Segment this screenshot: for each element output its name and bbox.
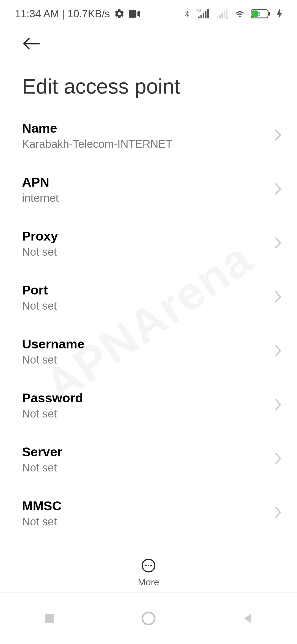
setting-label: Name: [22, 121, 172, 136]
setting-label: Server: [22, 444, 62, 459]
svg-point-20: [148, 565, 149, 566]
setting-value: Not set: [22, 246, 58, 258]
svg-text:4G: 4G: [196, 8, 201, 12]
setting-label: MMSC: [22, 498, 62, 513]
setting-row-mmsc[interactable]: MMSCNot set: [0, 486, 297, 526]
more-icon: [141, 558, 156, 574]
bluetooth-icon: [183, 8, 191, 19]
chevron-right-icon: [274, 506, 282, 520]
setting-label: Password: [22, 390, 83, 405]
navigation-bar: [0, 592, 297, 644]
setting-label: APN: [22, 174, 59, 190]
wifi-icon: [234, 8, 246, 19]
svg-rect-3: [200, 15, 202, 18]
chevron-right-icon: [274, 290, 282, 304]
setting-row-password[interactable]: PasswordNot set: [0, 378, 297, 432]
setting-value: Not set: [22, 354, 84, 366]
svg-rect-8: [219, 15, 221, 18]
setting-value: Not set: [22, 408, 83, 420]
svg-rect-7: [217, 17, 218, 18]
setting-value: internet: [22, 192, 59, 204]
chevron-right-icon: [274, 344, 282, 358]
signal-nosim-icon: ✕: [215, 8, 229, 19]
svg-point-21: [150, 565, 152, 566]
setting-value: Not set: [22, 515, 62, 526]
signal-4g-icon: 4G: [196, 8, 210, 19]
svg-rect-6: [207, 9, 209, 18]
setting-label: Proxy: [22, 228, 58, 244]
more-label: More: [138, 577, 159, 588]
svg-rect-9: [221, 13, 223, 18]
chevron-right-icon: [274, 128, 282, 143]
setting-value: Not set: [22, 462, 62, 474]
svg-text:✕: ✕: [225, 16, 228, 19]
chevron-right-icon: [274, 452, 282, 466]
nav-home-button[interactable]: [136, 606, 161, 631]
svg-rect-4: [203, 13, 204, 18]
chevron-right-icon: [274, 182, 282, 197]
back-button[interactable]: [22, 37, 41, 52]
setting-row-username[interactable]: UsernameNot set: [0, 324, 297, 378]
nav-recents-button[interactable]: [37, 606, 62, 631]
setting-row-name[interactable]: NameKarabakh-Telecom-INTERNET: [0, 108, 297, 162]
settings-list: NameKarabakh-Telecom-INTERNETAPNinternet…: [0, 108, 297, 526]
svg-point-23: [142, 612, 155, 624]
svg-point-19: [145, 565, 147, 566]
camera-icon: [129, 9, 140, 18]
gear-icon: [114, 8, 125, 19]
svg-rect-2: [198, 17, 200, 18]
svg-text:38: 38: [255, 11, 260, 17]
setting-label: Port: [22, 282, 57, 298]
setting-row-apn[interactable]: APNinternet: [0, 162, 297, 216]
nav-back-button[interactable]: [235, 606, 260, 631]
chevron-right-icon: [274, 398, 282, 412]
svg-rect-0: [129, 10, 136, 18]
setting-row-proxy[interactable]: ProxyNot set: [0, 216, 297, 270]
svg-rect-5: [205, 11, 207, 18]
svg-rect-22: [45, 614, 54, 623]
setting-value: Karabakh-Telecom-INTERNET: [22, 138, 172, 150]
setting-label: Username: [22, 336, 84, 351]
svg-rect-14: [268, 12, 270, 16]
chevron-right-icon: [274, 236, 282, 250]
battery-icon: 38: [251, 9, 272, 19]
page-title: Edit access point: [22, 74, 275, 98]
setting-row-port[interactable]: PortNot set: [0, 270, 297, 324]
charging-icon: [277, 9, 282, 19]
setting-row-server[interactable]: ServerNot set: [0, 432, 297, 486]
status-time-and-speed: 11:34 AM | 10.7KB/s: [15, 8, 110, 20]
setting-value: Not set: [22, 300, 57, 312]
more-button[interactable]: More: [138, 558, 159, 588]
status-bar: 11:34 AM | 10.7KB/s 4G ✕ 38: [0, 0, 297, 28]
